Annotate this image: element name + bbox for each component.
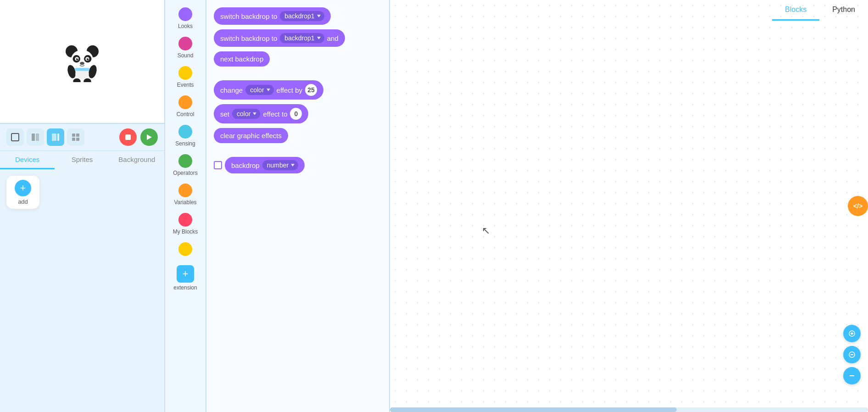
zoom-reset-button[interactable] [843, 367, 861, 384]
category-sound[interactable]: Sound [167, 34, 204, 61]
myblocks-label: My Blocks [173, 228, 198, 235]
change-effect-block[interactable]: change color effect by 25 [214, 80, 323, 100]
color-dropdown-1[interactable]: color [245, 85, 273, 95]
devices-content: + add [0, 169, 164, 412]
stop-button[interactable] [119, 128, 137, 146]
svg-rect-18 [75, 68, 90, 71]
svg-rect-19 [11, 134, 19, 141]
dropdown-arrow-icon [317, 15, 321, 17]
and-text: and [327, 34, 339, 42]
control-label: Control [177, 111, 195, 117]
category-myblocks[interactable]: My Blocks [167, 210, 204, 238]
switch-backdrop-text: switch backdrop to [220, 12, 277, 20]
change-text: change [220, 86, 243, 94]
myblocks-circle [178, 213, 192, 227]
operators-label: Operators [173, 170, 197, 176]
category-variables[interactable]: Variables [167, 181, 204, 208]
tab-blocks[interactable]: Blocks [772, 0, 819, 21]
tab-background[interactable]: Background [110, 151, 164, 169]
switch-backdrop-block[interactable]: switch backdrop to backdrop1 [214, 7, 331, 25]
category-extension[interactable]: + extension [167, 262, 204, 294]
workspace[interactable]: Blocks Python </> ↖ [390, 0, 868, 412]
category-extra[interactable] [167, 239, 204, 261]
backdrop-text: backdrop [231, 161, 260, 169]
svg-rect-21 [36, 134, 39, 141]
sensing-label: Sensing [175, 140, 195, 147]
next-backdrop-text: next backdrop [220, 55, 263, 63]
workspace-scrollbar[interactable] [390, 407, 868, 412]
svg-rect-26 [72, 138, 75, 141]
cursor-indicator: ↖ [482, 225, 490, 237]
variables-circle [178, 184, 192, 197]
clear-effects-text: clear graphic effects [220, 132, 282, 139]
svg-point-11 [88, 58, 89, 59]
number-arrow-icon [291, 164, 295, 167]
switch-backdrop-wait-text: switch backdrop to [220, 34, 277, 42]
backdrop1-dropdown[interactable]: backdrop1 [280, 11, 324, 21]
category-sensing[interactable]: Sensing [167, 122, 204, 150]
backdrop-checkbox[interactable] [214, 161, 222, 169]
switch-backdrop-wait-block[interactable]: switch backdrop to backdrop1 and [214, 29, 345, 47]
variables-label: Variables [174, 199, 196, 206]
svg-rect-20 [32, 134, 35, 141]
blocks-panel: switch backdrop to backdrop1 switch back… [206, 0, 390, 412]
sound-circle [178, 37, 192, 50]
set-text: set [220, 110, 229, 118]
svg-point-12 [80, 62, 84, 65]
value-0[interactable]: 0 [290, 108, 302, 120]
category-events[interactable]: Events [167, 63, 204, 91]
top-right-tabs: Blocks Python [772, 0, 868, 21]
view-grid-btn[interactable] [67, 128, 84, 146]
looks-label: Looks [178, 23, 193, 29]
code-icon-button[interactable]: </> [848, 196, 868, 216]
tabs-row: Devices Sprites Background [0, 151, 164, 169]
action-buttons [119, 128, 158, 146]
tab-python[interactable]: Python [819, 0, 868, 21]
category-operators[interactable]: Operators [167, 151, 204, 179]
view-split-btn[interactable] [27, 128, 44, 146]
extension-icon: + [177, 265, 194, 283]
svg-marker-29 [147, 134, 152, 140]
sprite-preview [0, 0, 164, 124]
svg-point-10 [77, 58, 78, 59]
extra-circle [178, 242, 192, 256]
spacer2 [214, 148, 382, 152]
number-dropdown[interactable]: number [262, 160, 298, 170]
operators-circle [178, 154, 192, 168]
color-arrow-icon [267, 89, 270, 91]
zoom-in-button[interactable] [843, 325, 861, 342]
value-25[interactable]: 25 [305, 84, 317, 96]
tab-devices[interactable]: Devices [0, 151, 55, 169]
view-controls [0, 124, 164, 151]
add-label: add [18, 198, 28, 205]
effect-by-text: effect by [277, 86, 302, 94]
svg-point-8 [76, 58, 78, 61]
set-effect-block[interactable]: set color effect to 0 [214, 104, 308, 123]
spacer1 [214, 71, 382, 76]
color-arrow2-icon [253, 112, 256, 115]
category-control[interactable]: Control [167, 93, 204, 120]
svg-rect-22 [52, 134, 56, 141]
events-label: Events [177, 82, 194, 88]
svg-rect-24 [72, 134, 75, 137]
view-code-btn[interactable] [47, 128, 64, 146]
events-circle [178, 66, 192, 80]
control-circle [178, 95, 192, 109]
color-dropdown-2[interactable]: color [232, 109, 260, 119]
category-looks[interactable]: Looks [167, 5, 204, 32]
looks-circle [178, 7, 192, 21]
add-device-button[interactable]: + add [6, 176, 39, 209]
add-circle-icon: + [15, 180, 31, 196]
zoom-controls [843, 325, 861, 384]
zoom-out-button[interactable] [843, 346, 861, 363]
backdrop-reporter-block[interactable]: backdrop number [225, 157, 305, 173]
view-full-btn[interactable] [6, 128, 24, 146]
clear-effects-block[interactable]: clear graphic effects [214, 128, 288, 143]
scrollbar-thumb [390, 407, 677, 412]
backdrop1-wait-dropdown[interactable]: backdrop1 [280, 33, 324, 43]
extension-label: extension [173, 284, 197, 291]
next-backdrop-block[interactable]: next backdrop [214, 51, 270, 67]
left-panel: Devices Sprites Background + add [0, 0, 165, 412]
tab-sprites[interactable]: Sprites [55, 151, 109, 169]
run-button[interactable] [140, 128, 158, 146]
